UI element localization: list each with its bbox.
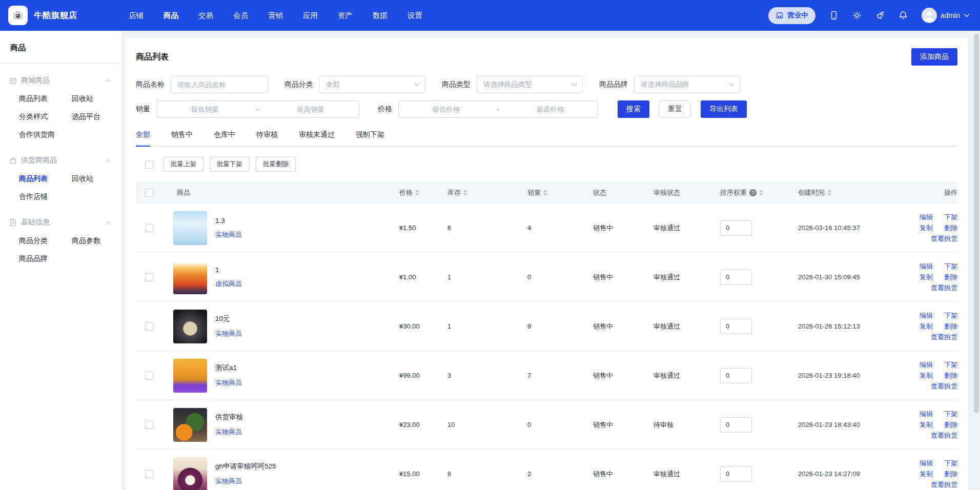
sidebar-item-supplier-recycle-bin[interactable]: 回收站 bbox=[72, 170, 121, 188]
copy-link[interactable]: 复制 bbox=[920, 273, 933, 282]
sidebar-item-goods-params[interactable]: 商品参数 bbox=[72, 232, 121, 250]
add-goods-button[interactable]: 添加商品 bbox=[911, 48, 957, 66]
help-icon[interactable]: ? bbox=[749, 189, 757, 196]
nav-item-member[interactable]: 会员 bbox=[233, 11, 248, 21]
product-type-link[interactable]: 实物商品 bbox=[215, 427, 243, 437]
sort-weight-input[interactable] bbox=[720, 319, 752, 334]
view-picking-link[interactable]: 查看挑货 bbox=[931, 333, 957, 342]
sort-icon[interactable] bbox=[827, 190, 831, 196]
off-shelf-link[interactable]: 下架 bbox=[944, 459, 957, 468]
sort-weight-input[interactable] bbox=[720, 368, 752, 383]
product-image[interactable] bbox=[173, 457, 207, 490]
row-checkbox[interactable] bbox=[145, 273, 153, 281]
sidebar-item-selection-platform[interactable]: 选品平台 bbox=[72, 108, 121, 126]
sidebar-item-goods-brand[interactable]: 商品品牌 bbox=[19, 250, 72, 268]
sales-max-input[interactable] bbox=[262, 101, 359, 117]
chevron-up-icon[interactable] bbox=[106, 159, 111, 162]
row-checkbox[interactable] bbox=[145, 322, 153, 331]
copy-link[interactable]: 复制 bbox=[920, 469, 933, 479]
price-min-input[interactable] bbox=[399, 101, 494, 117]
tab-on-sale[interactable]: 销售中 bbox=[171, 130, 193, 146]
off-shelf-link[interactable]: 下架 bbox=[944, 410, 957, 419]
product-name[interactable]: 10元 bbox=[215, 314, 242, 323]
nav-item-settings[interactable]: 设置 bbox=[407, 11, 422, 21]
delete-link[interactable]: 删除 bbox=[944, 322, 957, 331]
off-shelf-link[interactable]: 下架 bbox=[944, 360, 957, 370]
product-type-link[interactable]: 虚拟商品 bbox=[215, 279, 242, 289]
reset-button[interactable]: 重置 bbox=[659, 100, 691, 118]
sort-icon[interactable] bbox=[415, 190, 419, 196]
chevron-up-icon[interactable] bbox=[106, 79, 111, 83]
batch-off-shelf-button[interactable]: 批量下架 bbox=[210, 157, 250, 172]
nav-item-apps[interactable]: 应用 bbox=[303, 11, 318, 21]
mobile-icon[interactable] bbox=[829, 11, 839, 20]
product-image[interactable] bbox=[173, 260, 207, 294]
product-type-link[interactable]: 实物商品 bbox=[215, 477, 276, 486]
shop-logo[interactable] bbox=[8, 6, 28, 25]
rocket-icon[interactable] bbox=[875, 11, 885, 20]
sort-weight-input[interactable] bbox=[720, 270, 752, 285]
edit-link[interactable]: 编辑 bbox=[920, 459, 933, 468]
select-all-checkbox[interactable] bbox=[145, 160, 153, 169]
sidebar-group-header[interactable]: 供货商商品 bbox=[0, 155, 121, 166]
row-checkbox[interactable] bbox=[145, 372, 153, 380]
edit-link[interactable]: 编辑 bbox=[920, 213, 933, 222]
view-picking-link[interactable]: 查看挑货 bbox=[931, 480, 957, 489]
tab-force-off-shelf[interactable]: 强制下架 bbox=[356, 130, 384, 146]
nav-item-trade[interactable]: 交易 bbox=[198, 11, 213, 21]
tab-review-rejected[interactable]: 审核未通过 bbox=[299, 130, 335, 146]
view-picking-link[interactable]: 查看挑货 bbox=[931, 234, 957, 243]
scrollbar[interactable] bbox=[974, 34, 979, 413]
delete-link[interactable]: 删除 bbox=[944, 273, 957, 282]
nav-item-data[interactable]: 数据 bbox=[373, 11, 387, 21]
bell-icon[interactable] bbox=[899, 11, 908, 20]
off-shelf-link[interactable]: 下架 bbox=[944, 262, 957, 271]
sort-icon[interactable] bbox=[543, 190, 547, 196]
tab-in-warehouse[interactable]: 仓库中 bbox=[214, 130, 235, 146]
nav-item-goods[interactable]: 商品 bbox=[164, 11, 178, 21]
batch-on-shelf-button[interactable]: 批量上架 bbox=[164, 157, 203, 172]
search-button[interactable]: 搜索 bbox=[618, 100, 649, 118]
nav-item-assets[interactable]: 资产 bbox=[338, 11, 353, 21]
price-max-input[interactable] bbox=[503, 101, 598, 117]
product-type-link[interactable]: 实物商品 bbox=[215, 378, 242, 387]
product-name[interactable]: 1.3 bbox=[215, 217, 242, 224]
product-type-link[interactable]: 实物商品 bbox=[215, 329, 242, 338]
delete-link[interactable]: 删除 bbox=[944, 223, 957, 233]
sort-weight-input[interactable] bbox=[720, 220, 752, 236]
product-name[interactable]: 1 bbox=[215, 266, 242, 274]
sales-min-input[interactable] bbox=[157, 101, 253, 117]
chevron-up-icon[interactable] bbox=[106, 221, 111, 224]
off-shelf-link[interactable]: 下架 bbox=[944, 213, 957, 222]
user-menu[interactable]: admin bbox=[922, 8, 970, 23]
goods-category-select[interactable]: 全部 bbox=[319, 76, 425, 93]
sort-icon[interactable] bbox=[759, 190, 763, 196]
sidebar-group-header[interactable]: 基础信息 bbox=[0, 217, 121, 228]
product-name[interactable]: gh申请审核呵呵525 bbox=[215, 462, 276, 471]
sidebar-item-category-style[interactable]: 分类样式 bbox=[19, 108, 72, 126]
product-image[interactable] bbox=[173, 359, 207, 393]
goods-name-input[interactable] bbox=[171, 76, 268, 93]
copy-link[interactable]: 复制 bbox=[920, 322, 933, 331]
sidebar-item-coop-suppliers[interactable]: 合作供货商 bbox=[19, 126, 72, 144]
copy-link[interactable]: 复制 bbox=[920, 420, 933, 430]
delete-link[interactable]: 删除 bbox=[944, 469, 957, 479]
product-type-link[interactable]: 实物商品 bbox=[215, 230, 242, 239]
view-picking-link[interactable]: 查看挑货 bbox=[931, 382, 957, 391]
store-status-badge[interactable]: 营业中 bbox=[768, 7, 815, 24]
sort-icon[interactable] bbox=[463, 190, 467, 196]
product-name[interactable]: 测试a1 bbox=[215, 363, 242, 373]
sidebar-item-recycle-bin[interactable]: 回收站 bbox=[72, 90, 121, 108]
goods-brand-select[interactable]: 请选择商品品牌 bbox=[634, 76, 740, 93]
edit-link[interactable]: 编辑 bbox=[920, 262, 933, 271]
gear-icon[interactable] bbox=[852, 11, 862, 20]
tab-pending-review[interactable]: 待审核 bbox=[256, 130, 278, 146]
nav-item-shop[interactable]: 店铺 bbox=[129, 11, 144, 21]
sort-weight-input[interactable] bbox=[720, 466, 752, 482]
sidebar-item-supplier-goods-list[interactable]: 商品列表 bbox=[19, 170, 72, 188]
row-checkbox[interactable] bbox=[145, 421, 153, 429]
tab-all[interactable]: 全部 bbox=[136, 130, 150, 146]
sort-weight-input[interactable] bbox=[720, 417, 752, 433]
batch-delete-button[interactable]: 批量删除 bbox=[256, 157, 296, 172]
product-image[interactable] bbox=[173, 310, 207, 343]
